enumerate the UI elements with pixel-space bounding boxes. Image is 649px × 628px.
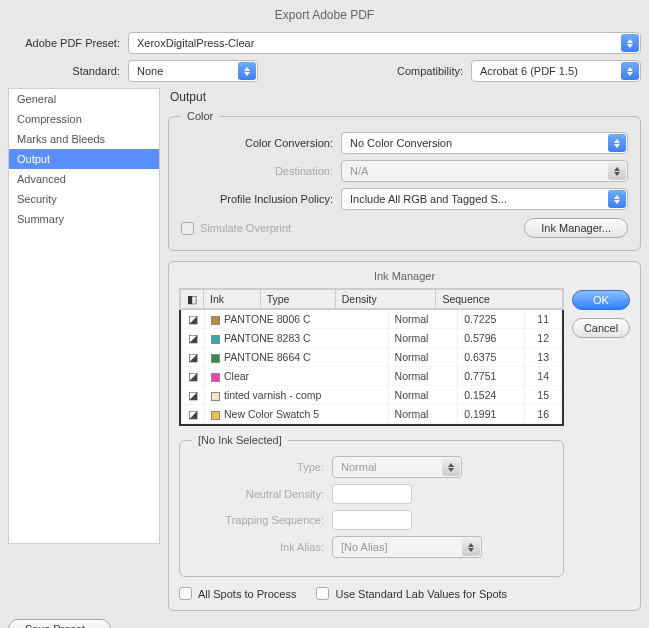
category-sidebar: GeneralCompressionMarks and BleedsOutput… xyxy=(8,88,160,544)
ink-row[interactable]: ◪ClearNormal0.775114 xyxy=(182,367,562,386)
std-lab-label: Use Standard Lab Values for Spots xyxy=(335,588,507,600)
preset-select[interactable]: XeroxDigitalPress-Clear xyxy=(128,32,641,54)
standard-select[interactable]: None xyxy=(128,60,258,82)
ink-table[interactable]: ◧ Ink Type Density Sequence xyxy=(180,289,563,309)
ink-alias-select: [No Alias] xyxy=(332,536,482,558)
ink-alias-value: [No Alias] xyxy=(341,541,387,553)
all-spots-checkbox[interactable] xyxy=(179,587,192,600)
simulate-overprint-checkbox xyxy=(181,222,194,235)
ink-seq: 13 xyxy=(525,348,562,367)
ink-seq: 12 xyxy=(525,329,562,348)
ink-spot-icon: ◪ xyxy=(182,310,205,329)
trapping-seq-label: Trapping Sequence: xyxy=(192,514,332,526)
sidebar-item-marks-and-bleeds[interactable]: Marks and Bleeds xyxy=(9,129,159,149)
neutral-density-label: Neutral Density: xyxy=(192,488,332,500)
ink-spot-icon: ◪ xyxy=(182,367,205,386)
ink-spot-icon: ◪ xyxy=(182,386,205,405)
color-group: Color Color Conversion: No Color Convers… xyxy=(168,110,641,251)
ink-density: 0.7225 xyxy=(458,310,525,329)
ink-name: PANTONE 8664 C xyxy=(205,348,389,367)
ink-row[interactable]: ◪PANTONE 8283 CNormal0.579612 xyxy=(182,329,562,348)
sidebar-item-compression[interactable]: Compression xyxy=(9,109,159,129)
col-type[interactable]: Type xyxy=(260,290,335,309)
dropdown-icon xyxy=(442,458,460,476)
save-preset-button[interactable]: Save Preset... xyxy=(8,619,111,628)
no-ink-legend: [No Ink Selected] xyxy=(192,434,288,446)
sidebar-item-security[interactable]: Security xyxy=(9,189,159,209)
ink-type: Normal xyxy=(388,367,458,386)
dropdown-icon xyxy=(608,190,626,208)
ink-type: Normal xyxy=(388,329,458,348)
sidebar-item-general[interactable]: General xyxy=(9,89,159,109)
destination-label: Destination: xyxy=(181,165,341,177)
ink-type: Normal xyxy=(388,405,458,424)
ink-density: 0.1991 xyxy=(458,405,525,424)
ink-density: 0.5796 xyxy=(458,329,525,348)
cancel-button[interactable]: Cancel xyxy=(572,318,630,338)
col-seq[interactable]: Sequence xyxy=(436,290,563,309)
ink-type: Normal xyxy=(388,310,458,329)
all-spots-label: All Spots to Process xyxy=(198,588,296,600)
ink-alias-label: Ink Alias: xyxy=(192,541,332,553)
panel-title: Output xyxy=(170,90,641,104)
preset-value: XeroxDigitalPress-Clear xyxy=(137,37,254,49)
ink-density: 0.6375 xyxy=(458,348,525,367)
ink-type-select: Normal xyxy=(332,456,462,478)
col-density[interactable]: Density xyxy=(335,290,436,309)
sidebar-item-advanced[interactable]: Advanced xyxy=(9,169,159,189)
compat-value: Acrobat 6 (PDF 1.5) xyxy=(480,65,578,77)
dropdown-icon xyxy=(238,62,256,80)
ink-row[interactable]: ◪PANTONE 8006 CNormal0.722511 xyxy=(182,310,562,329)
ink-name: Clear xyxy=(205,367,389,386)
dropdown-icon xyxy=(621,62,639,80)
col-icon[interactable]: ◧ xyxy=(181,290,204,309)
ink-manager-button[interactable]: Ink Manager... xyxy=(524,218,628,238)
ink-density: 0.7751 xyxy=(458,367,525,386)
compat-label: Compatibility: xyxy=(361,65,471,77)
col-ink[interactable]: Ink xyxy=(204,290,261,309)
ink-spot-icon: ◪ xyxy=(182,348,205,367)
destination-value: N/A xyxy=(350,165,368,177)
ink-manager-dialog: Ink Manager ◧ Ink Type Density xyxy=(168,261,641,611)
ink-dialog-title: Ink Manager xyxy=(179,270,630,282)
sidebar-item-output[interactable]: Output xyxy=(9,149,159,169)
dropdown-icon xyxy=(462,538,480,556)
ink-spot-icon: ◪ xyxy=(182,405,205,424)
ink-type: Normal xyxy=(388,348,458,367)
ink-type-value: Normal xyxy=(341,461,376,473)
policy-select[interactable]: Include All RGB and Tagged S... xyxy=(341,188,628,210)
ink-seq: 11 xyxy=(525,310,562,329)
ink-row[interactable]: ◪PANTONE 8664 CNormal0.637513 xyxy=(182,348,562,367)
conversion-value: No Color Conversion xyxy=(350,137,452,149)
standard-label: Standard: xyxy=(8,65,128,77)
ink-row[interactable]: ◪New Color Swatch 5Normal0.199116 xyxy=(182,405,562,424)
policy-label: Profile Inclusion Policy: xyxy=(181,193,341,205)
ink-name: tinted varnish - comp xyxy=(205,386,389,405)
ink-row[interactable]: ◪tinted varnish - compNormal0.152415 xyxy=(182,386,562,405)
sidebar-item-summary[interactable]: Summary xyxy=(9,209,159,229)
ink-spot-icon: ◪ xyxy=(182,329,205,348)
simulate-overprint-label: Simulate Overprint xyxy=(200,222,291,234)
dropdown-icon xyxy=(608,162,626,180)
conversion-select[interactable]: No Color Conversion xyxy=(341,132,628,154)
destination-select: N/A xyxy=(341,160,628,182)
ink-name: New Color Swatch 5 xyxy=(205,405,389,424)
conversion-label: Color Conversion: xyxy=(181,137,341,149)
ink-type: Normal xyxy=(388,386,458,405)
preset-label: Adobe PDF Preset: xyxy=(8,37,128,49)
color-legend: Color xyxy=(181,110,219,122)
ink-detail-group: [No Ink Selected] Type: Normal Neutral D… xyxy=(179,434,564,577)
dropdown-icon xyxy=(621,34,639,52)
dropdown-icon xyxy=(608,134,626,152)
ink-seq: 16 xyxy=(525,405,562,424)
ink-name: PANTONE 8283 C xyxy=(205,329,389,348)
std-lab-checkbox[interactable] xyxy=(316,587,329,600)
window-title: Export Adobe PDF xyxy=(8,4,641,32)
ink-type-label: Type: xyxy=(192,461,332,473)
ok-button[interactable]: OK xyxy=(572,290,630,310)
neutral-density-input xyxy=(332,484,412,504)
ink-seq: 14 xyxy=(525,367,562,386)
ink-name: PANTONE 8006 C xyxy=(205,310,389,329)
compat-select[interactable]: Acrobat 6 (PDF 1.5) xyxy=(471,60,641,82)
policy-value: Include All RGB and Tagged S... xyxy=(350,193,507,205)
